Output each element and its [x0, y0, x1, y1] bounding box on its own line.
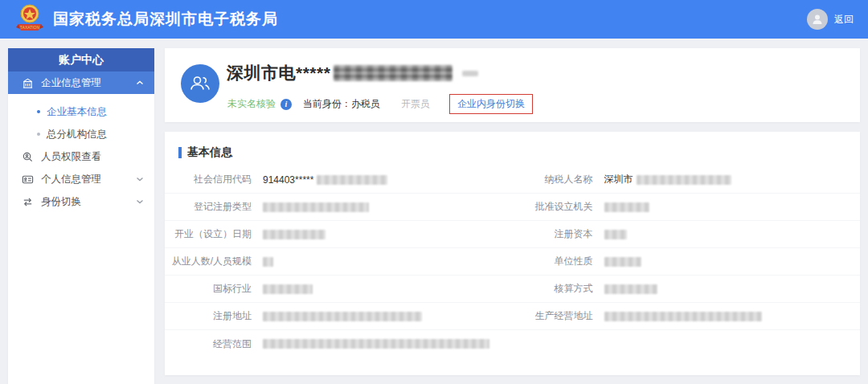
- field-label: 经营范围: [165, 337, 252, 351]
- tax-bureau-logo-icon: TAXATION: [14, 2, 45, 36]
- redacted-value: [263, 202, 369, 212]
- page-title: 国家税务总局深圳市电子税务局: [53, 9, 278, 30]
- info-row: 注册地址 生产经营地址: [165, 303, 860, 330]
- field-label: 生产经营地址: [513, 309, 593, 323]
- field-label: 单位性质: [513, 255, 593, 268]
- user-avatar[interactable]: [807, 9, 828, 30]
- switch-icon: [21, 195, 34, 208]
- top-header: TAXATION 国家税务总局深圳市电子税务局 返回: [0, 0, 868, 39]
- field-label: 注册地址: [165, 309, 252, 323]
- bullet-dot-icon: [37, 133, 40, 136]
- company-name: 深圳市电*****: [227, 62, 330, 84]
- sidebar-item-head-branch-info[interactable]: 总分机构信息: [8, 123, 154, 145]
- chevron-down-icon: [135, 197, 145, 206]
- sidebar-item-label: 企业信息管理: [41, 76, 101, 90]
- field-label: 批准设立机关: [513, 200, 593, 214]
- redacted-value: [263, 230, 326, 239]
- field-value: 深圳市: [604, 173, 633, 186]
- field-label: 核算方式: [513, 282, 593, 296]
- info-row: 国标行业 核算方式: [165, 276, 860, 303]
- redacted-company-suffix: [462, 71, 478, 76]
- chevron-down-icon: [135, 174, 145, 184]
- person-icon: [811, 13, 824, 26]
- sidebar-title: 账户中心: [8, 48, 154, 71]
- redacted-value: [604, 284, 657, 294]
- identity-switch-link[interactable]: 企业内身份切换: [449, 94, 533, 114]
- info-row: 社会信用代码 914403***** 纳税人名称 深圳市: [165, 166, 860, 194]
- info-row: 经营范围: [165, 330, 860, 357]
- info-row: 开业（设立）日期 注册资本: [165, 221, 860, 248]
- redacted-value: [317, 175, 387, 185]
- sidebar-item-personal-info-mgmt[interactable]: 个人信息管理: [8, 168, 154, 190]
- sidebar-item-label: 总分机构信息: [47, 128, 107, 141]
- sidebar-item-label: 人员权限查看: [41, 150, 101, 164]
- sidebar-item-identity-switch[interactable]: 身份切换: [8, 190, 154, 213]
- sidebar-item-label: 企业基本信息: [47, 105, 107, 119]
- svg-text:TAXATION: TAXATION: [20, 25, 40, 30]
- company-avatar: [181, 64, 219, 103]
- sidebar-item-enterprise-basic-info[interactable]: 企业基本信息: [8, 100, 154, 123]
- back-button[interactable]: 返回: [834, 13, 854, 27]
- current-identity-label: 当前身份：办税员: [303, 97, 380, 111]
- group-icon: [189, 72, 211, 95]
- chevron-up-icon: [135, 78, 145, 88]
- field-label: 从业人数/人员规模: [165, 255, 252, 268]
- sidebar-item-personnel-permission[interactable]: 人员权限查看: [8, 145, 154, 168]
- redacted-value: [263, 312, 422, 321]
- info-row: 登记注册类型 批准设立机关: [165, 194, 860, 221]
- section-title: 基本信息: [187, 145, 232, 160]
- sidebar-item-label: 身份切换: [41, 195, 81, 209]
- redacted-company-name: [334, 65, 452, 81]
- redacted-value: [604, 202, 649, 212]
- identity-option-invoicer[interactable]: 开票员: [401, 97, 430, 111]
- field-label: 开业（设立）日期: [165, 227, 252, 241]
- realname-verify-status: 未实名核验: [227, 97, 276, 111]
- redacted-value: [604, 312, 762, 321]
- company-profile-card: 深圳市电***** 未实名核验 i 当前身份：办税员 开票员 企业内身份切换: [165, 48, 860, 122]
- info-icon[interactable]: i: [280, 99, 292, 110]
- field-label: 登记注册类型: [165, 200, 252, 214]
- redacted-value: [263, 257, 273, 267]
- bullet-dot-icon: [37, 110, 40, 113]
- redacted-value: [637, 175, 731, 185]
- search-person-icon: [21, 150, 34, 163]
- basic-info-card: 基本信息 社会信用代码 914403***** 纳税人名称 深圳市 登记注册类型…: [165, 132, 860, 375]
- section-accent-bar: [178, 147, 182, 158]
- redacted-value: [604, 257, 641, 267]
- field-label: 社会信用代码: [165, 173, 252, 186]
- field-value: 914403*****: [263, 174, 313, 186]
- field-label: 注册资本: [513, 227, 593, 241]
- building-icon: [21, 76, 34, 89]
- redacted-value: [604, 230, 627, 239]
- field-label: 国标行业: [165, 282, 252, 296]
- sidebar: 账户中心 企业信息管理 企业基本信息 总分机构信息: [8, 48, 154, 384]
- sidebar-item-label: 个人信息管理: [41, 173, 101, 186]
- id-card-icon: [21, 173, 34, 186]
- info-row: 从业人数/人员规模 单位性质: [165, 248, 860, 276]
- redacted-value: [263, 339, 489, 349]
- sidebar-item-enterprise-info-mgmt[interactable]: 企业信息管理: [8, 71, 154, 94]
- field-label: 纳税人名称: [513, 173, 593, 186]
- redacted-value: [263, 284, 313, 294]
